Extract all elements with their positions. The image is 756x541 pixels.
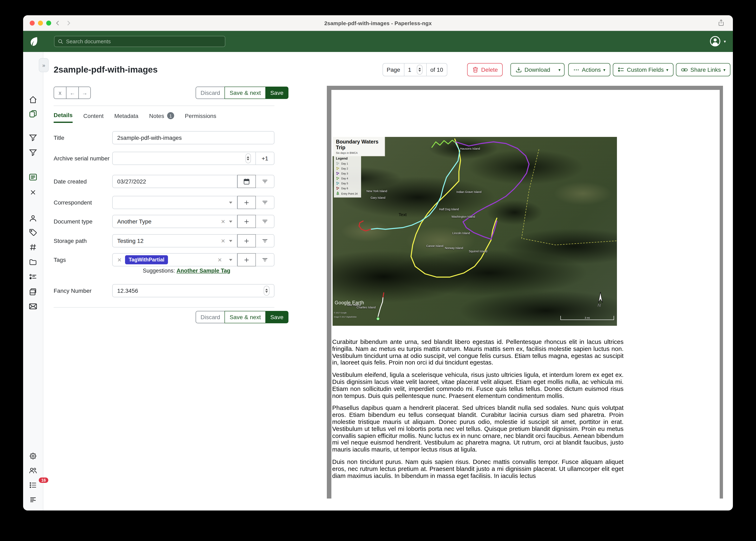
map-scale-bar: 3 mi [560, 316, 614, 320]
sidebar-mail-icon[interactable] [29, 303, 37, 310]
pdf-viewer[interactable]: Boundary Waters Trip Six days in BWCA Le… [327, 86, 723, 499]
sidebar-tags-icon[interactable] [29, 229, 37, 237]
sidebar-custom-fields-icon[interactable] [29, 273, 37, 281]
custom-fields-button[interactable]: Custom Fields▾ [613, 63, 673, 76]
tab-notes[interactable]: Notes 1 [149, 112, 174, 123]
sidebar-open-document-icon[interactable] [29, 173, 37, 181]
fancy-number-stepper[interactable] [264, 286, 269, 296]
sidebar-storage-paths-icon[interactable] [29, 258, 37, 266]
fancy-number-input[interactable] [117, 287, 264, 294]
sidebar-close-document-icon[interactable] [30, 189, 37, 196]
remove-tag-icon[interactable]: ✕ [117, 257, 122, 263]
page-number-input[interactable] [408, 66, 415, 73]
document-paragraph: Duis non tincidunt purus. Nam quis sapie… [332, 458, 624, 479]
sidebar-saved-view-icon[interactable] [29, 134, 37, 142]
suggestions-label: Suggestions: [143, 268, 175, 274]
map-island-label: New York Island [366, 190, 387, 193]
actions-button[interactable]: Actions▾ [568, 63, 610, 76]
sidebar-settings-icon[interactable] [29, 452, 37, 460]
download-button[interactable]: Download [510, 63, 555, 76]
clear-storage-path-icon[interactable]: ✕ [221, 238, 225, 244]
delete-button[interactable]: Delete [467, 63, 503, 76]
search-icon [58, 39, 63, 44]
map-island-label: Lincoln Island [452, 232, 470, 235]
sidebar-saved-view-icon-2[interactable] [29, 149, 37, 157]
north-arrow-icon: N [596, 290, 605, 307]
field-row-correspondent: Correspondent [54, 196, 274, 209]
sidebar-expand-button[interactable]: » [39, 58, 49, 72]
paperless-logo-icon[interactable] [29, 36, 39, 47]
asn-input[interactable] [117, 155, 245, 162]
storage-path-caret-icon[interactable] [229, 240, 232, 242]
document-paragraph: Phasellus dapibus quam a hendrerit place… [332, 405, 624, 453]
save-next-button[interactable]: Save & next [225, 87, 265, 99]
clear-document-type-icon[interactable]: ✕ [221, 218, 225, 225]
filter-by-storage-path-button[interactable] [256, 234, 274, 248]
document-type-caret-icon[interactable] [229, 221, 232, 223]
search-input[interactable] [66, 38, 222, 45]
map-island-label: Hausons Island [460, 147, 480, 150]
asn-stepper[interactable] [245, 153, 251, 163]
map-island-label: Washington Island [451, 215, 475, 218]
sidebar-logs-icon[interactable] [29, 496, 37, 503]
filter-by-correspondent-button[interactable] [256, 196, 274, 209]
filter-by-tag-button[interactable] [256, 253, 274, 267]
save-button-bottom[interactable]: Save [265, 311, 288, 323]
suggested-tag-link[interactable]: Another Sample Tag [177, 268, 230, 274]
tag-suggestions: Suggestions: Another Sample Tag [143, 268, 230, 274]
user-menu[interactable]: ▾ [709, 35, 726, 47]
page-stepper[interactable] [417, 65, 422, 75]
add-document-type-button[interactable] [237, 215, 256, 228]
discard-button-bottom[interactable]: Discard [196, 311, 225, 323]
close-document-button[interactable]: x [54, 87, 66, 99]
filter-by-document-type-button[interactable] [256, 215, 274, 228]
sidebar-correspondents-icon[interactable] [29, 215, 37, 223]
discard-button[interactable]: Discard [196, 87, 225, 99]
sidebar-dashboard-icon[interactable] [29, 96, 37, 104]
sidebar-workflows-icon[interactable] [29, 288, 37, 296]
field-row-storage-path: Storage path Testing 12 ✕ [54, 234, 274, 248]
clear-tags-icon[interactable]: ✕ [217, 257, 222, 263]
storage-path-select[interactable]: Testing 12 ✕ [112, 234, 237, 248]
add-tag-button[interactable] [237, 253, 256, 267]
field-row-fancy-number: Fancy Number [54, 284, 274, 297]
add-correspondent-button[interactable] [237, 196, 256, 209]
correspondent-select[interactable] [112, 196, 237, 209]
document-type-select[interactable]: Another Type ✕ [112, 215, 237, 228]
download-options-caret[interactable]: ▾ [555, 63, 565, 76]
map-subtitle: Six days in BWCA [336, 151, 381, 154]
tab-metadata[interactable]: Metadata [114, 112, 138, 123]
filter-by-date-button[interactable] [256, 175, 274, 188]
date-created-input[interactable] [117, 178, 232, 185]
asn-plus-one-button[interactable]: +1 [256, 152, 274, 165]
share-icon[interactable] [718, 19, 725, 26]
add-storage-path-button[interactable] [237, 234, 256, 248]
tags-select[interactable]: ✕ TagWithPartial ✕ [112, 253, 237, 267]
title-input[interactable] [117, 135, 269, 141]
sidebar-tasks-icon[interactable]: 16 [29, 481, 37, 489]
calendar-button[interactable] [237, 175, 256, 188]
document-title-heading: 2sample-pdf-with-images [54, 65, 158, 75]
next-document-button[interactable]: → [78, 87, 91, 99]
sidebar-documents-icon[interactable] [29, 110, 37, 118]
sidebar-users-groups-icon[interactable] [29, 466, 37, 475]
tab-permissions[interactable]: Permissions [185, 112, 216, 123]
map-copyright-1: © 2017 Google [334, 312, 347, 314]
tab-details[interactable]: Details [54, 112, 73, 123]
sidebar-document-types-icon[interactable] [29, 243, 37, 251]
legend-item: Day 3 [336, 172, 359, 175]
share-links-button[interactable]: Share Links▾ [676, 63, 730, 76]
tag-pill[interactable]: TagWithPartial [125, 255, 168, 264]
tab-content[interactable]: Content [83, 112, 104, 123]
correspondent-caret-icon[interactable] [229, 202, 232, 204]
save-next-button-bottom[interactable]: Save & next [225, 311, 265, 323]
previous-document-button[interactable]: ← [66, 87, 78, 99]
save-button[interactable]: Save [265, 87, 288, 99]
legend-item: Day 4 [336, 177, 359, 180]
custom-fields-button-wrap: Custom Fields▾ [613, 63, 673, 76]
title-label: Title [54, 131, 112, 144]
tags-caret-icon[interactable] [229, 259, 232, 261]
actions-button-wrap: Actions▾ [568, 63, 610, 76]
legend-title: Legend [336, 157, 359, 161]
avatar-icon [709, 35, 721, 47]
